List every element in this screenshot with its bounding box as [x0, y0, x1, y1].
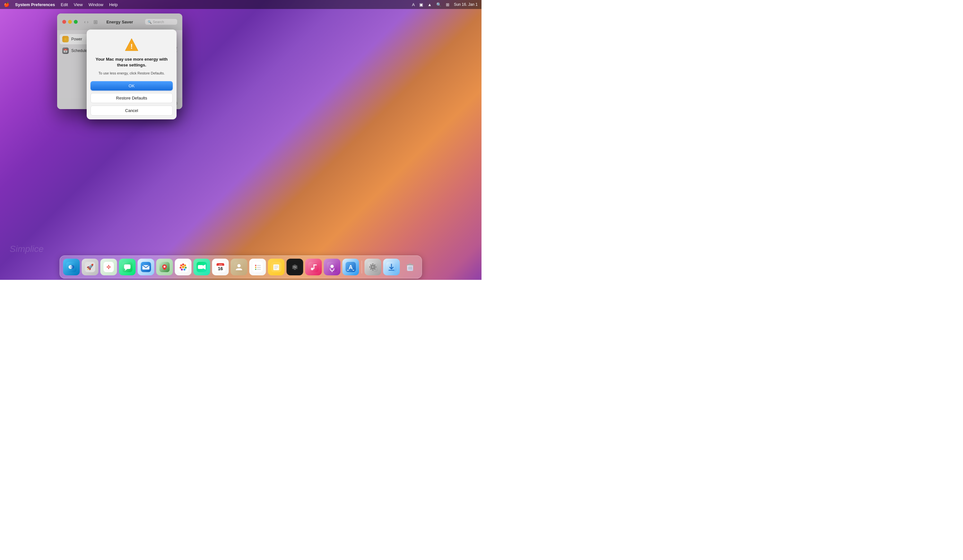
wifi-icon[interactable]: ▲ [428, 2, 432, 7]
desktop: 🍎 System Preferences Edit View Window He… [0, 0, 481, 280]
maximize-button[interactable] [74, 20, 78, 24]
svg-text:TV: TV [293, 266, 296, 268]
menubar: 🍎 System Preferences Edit View Window He… [0, 0, 481, 9]
svg-text:16: 16 [218, 266, 223, 271]
dock-separator [362, 261, 362, 274]
dock-item-safari[interactable] [101, 259, 117, 275]
minimize-button[interactable] [68, 20, 72, 24]
ok-button[interactable]: OK [91, 81, 173, 91]
svg-point-31 [180, 267, 182, 269]
dock-item-maps[interactable] [156, 259, 173, 275]
close-button[interactable] [62, 20, 66, 24]
back-arrow-icon[interactable]: ‹ [84, 19, 86, 24]
search-icon-small: 🔍 [148, 20, 151, 24]
dialog-content: ! Your Mac may use more energy with thes… [87, 29, 177, 81]
svg-point-45 [255, 265, 256, 266]
sidebar-item-power-label: Power [71, 37, 82, 41]
svg-text:A: A [349, 264, 353, 270]
dock-item-finder[interactable] [63, 259, 80, 275]
svg-point-43 [238, 264, 241, 267]
apple-logo-icon[interactable]: 🍎 [4, 2, 9, 7]
app-name-menu[interactable]: System Preferences [15, 2, 55, 7]
svg-rect-18 [124, 264, 131, 269]
svg-point-60 [311, 268, 314, 270]
svg-point-47 [255, 267, 256, 268]
svg-point-23 [164, 266, 165, 268]
svg-point-32 [180, 264, 182, 266]
window-titlebar: ‹ › ⊞ Energy Saver 🔍 Search [57, 13, 182, 30]
svg-text:!: ! [130, 42, 133, 50]
svg-point-78 [374, 268, 376, 270]
svg-point-26 [182, 264, 184, 265]
dock-item-mail[interactable] [138, 259, 154, 275]
display-icon: ▣ [419, 2, 423, 7]
svg-point-74 [372, 269, 374, 270]
grid-view-icon[interactable]: ⊞ [93, 19, 97, 25]
dock-item-messages[interactable] [119, 259, 136, 275]
text-input-icon: A [412, 2, 415, 7]
svg-rect-57 [294, 269, 296, 270]
svg-point-28 [185, 267, 187, 269]
menu-edit[interactable]: Edit [61, 2, 68, 7]
schedule-icon: 📅 [62, 47, 69, 54]
dock-item-reminders[interactable] [250, 259, 266, 275]
svg-point-16 [108, 266, 109, 268]
svg-point-75 [370, 266, 371, 268]
power-icon: ⚡ [62, 36, 69, 42]
svg-text:JAN: JAN [219, 264, 222, 266]
menubar-left: 🍎 System Preferences Edit View Window He… [4, 2, 118, 7]
forward-arrow-icon[interactable]: › [87, 19, 89, 24]
dock-item-photos[interactable] [175, 259, 191, 275]
control-center-icon[interactable]: ⊞ [446, 2, 449, 7]
svg-point-72 [372, 266, 374, 268]
dialog-buttons: OK Restore Defaults Cancel [87, 81, 177, 120]
dock-item-music[interactable] [305, 259, 322, 275]
dock-item-calendar[interactable]: 16 JAN [212, 259, 229, 275]
svg-rect-34 [198, 265, 203, 269]
warning-icon: ! [124, 37, 139, 53]
svg-point-29 [183, 269, 186, 270]
svg-point-25 [182, 266, 185, 268]
traffic-lights [62, 20, 78, 24]
dock-item-appletv[interactable]: TV [287, 259, 303, 275]
dialog-message: To use less energy, click Restore Defaul… [93, 71, 170, 76]
menu-view[interactable]: View [74, 2, 83, 7]
dock: 🚀 [60, 256, 422, 278]
dialog-title: Your Mac may use more energy with these … [93, 57, 170, 68]
search-icon[interactable]: 🔍 [436, 2, 441, 7]
dock-item-trash[interactable] [402, 259, 418, 275]
dock-item-podcasts[interactable] [324, 259, 340, 275]
svg-point-79 [374, 264, 376, 266]
svg-text:🚀: 🚀 [87, 264, 94, 270]
window-title: Energy Saver [106, 19, 133, 24]
svg-rect-62 [314, 264, 317, 265]
svg-point-73 [372, 264, 374, 265]
svg-point-76 [375, 266, 376, 268]
search-placeholder: Search [153, 20, 164, 24]
menubar-right: A ▣ ▲ 🔍 ⊞ Sun 16. Jan 1 [412, 2, 478, 7]
restore-defaults-button[interactable]: Restore Defaults [91, 93, 173, 103]
cancel-button[interactable]: Cancel [91, 105, 173, 115]
menu-help[interactable]: Help [109, 2, 118, 7]
dock-item-system-preferences[interactable] [365, 259, 381, 275]
svg-point-30 [181, 269, 183, 270]
sidebar-item-schedule-label: Schedule [71, 49, 87, 53]
menu-clock: Sun 16. Jan 1 [454, 2, 478, 7]
svg-point-77 [370, 264, 372, 266]
svg-point-64 [331, 265, 334, 268]
dock-item-contacts[interactable] [231, 259, 248, 275]
alert-dialog: ! Your Mac may use more energy with thes… [87, 29, 177, 120]
menu-window[interactable]: Window [89, 2, 103, 7]
watermark: Simplice [10, 244, 44, 254]
dock-item-facetime[interactable] [194, 259, 210, 275]
nav-arrows: ‹ › [84, 19, 88, 24]
dock-item-notes[interactable] [268, 259, 285, 275]
search-box[interactable]: 🔍 Search [145, 19, 177, 25]
dock-item-appstore[interactable]: A [342, 259, 359, 275]
svg-point-80 [370, 268, 372, 270]
svg-point-49 [255, 269, 256, 270]
dock-item-downloads[interactable] [383, 259, 400, 275]
svg-rect-86 [409, 264, 412, 265]
dock-item-launchpad[interactable]: 🚀 [82, 259, 99, 275]
svg-point-27 [184, 264, 186, 266]
